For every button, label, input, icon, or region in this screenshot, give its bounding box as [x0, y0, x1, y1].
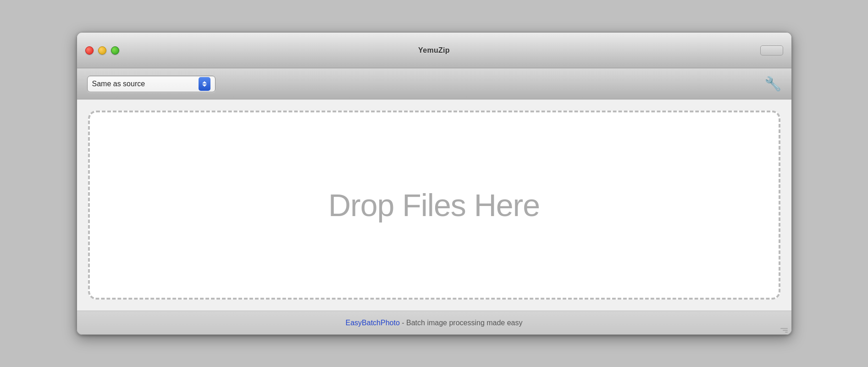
easy-batch-photo-link[interactable]: EasyBatchPhoto — [346, 319, 400, 327]
resize-line-1 — [780, 328, 788, 329]
toolbar: Same as source 🔧 — [77, 68, 791, 100]
stepper-control[interactable] — [199, 77, 210, 91]
window-resize-button[interactable] — [760, 45, 783, 56]
title-bar-right — [760, 45, 783, 56]
stepper-down-arrow — [202, 84, 207, 87]
status-bar: EasyBatchPhoto - Batch image processing … — [77, 311, 791, 334]
resize-line-3 — [785, 332, 788, 333]
close-button[interactable] — [85, 46, 94, 55]
status-separator: - — [400, 319, 406, 327]
stepper-up-arrow — [202, 81, 207, 83]
main-window: YemuZip Same as source 🔧 Drop Files Here… — [77, 32, 792, 335]
drop-zone-label: Drop Files Here — [328, 187, 540, 223]
title-bar: YemuZip — [77, 33, 791, 68]
traffic-lights — [85, 46, 119, 55]
drop-zone[interactable]: Drop Files Here — [88, 111, 780, 300]
maximize-button[interactable] — [111, 46, 119, 55]
minimize-button[interactable] — [98, 46, 106, 55]
tools-icon[interactable]: 🔧 — [764, 76, 781, 92]
resize-line-2 — [783, 330, 788, 331]
status-bar-content: EasyBatchPhoto - Batch image processing … — [346, 319, 523, 327]
destination-label: Same as source — [92, 80, 199, 88]
main-content: Drop Files Here — [77, 100, 791, 311]
window-title: YemuZip — [418, 46, 450, 55]
resize-handle[interactable] — [780, 324, 788, 333]
destination-dropdown[interactable]: Same as source — [87, 76, 216, 92]
status-description: Batch image processing made easy — [406, 319, 522, 327]
